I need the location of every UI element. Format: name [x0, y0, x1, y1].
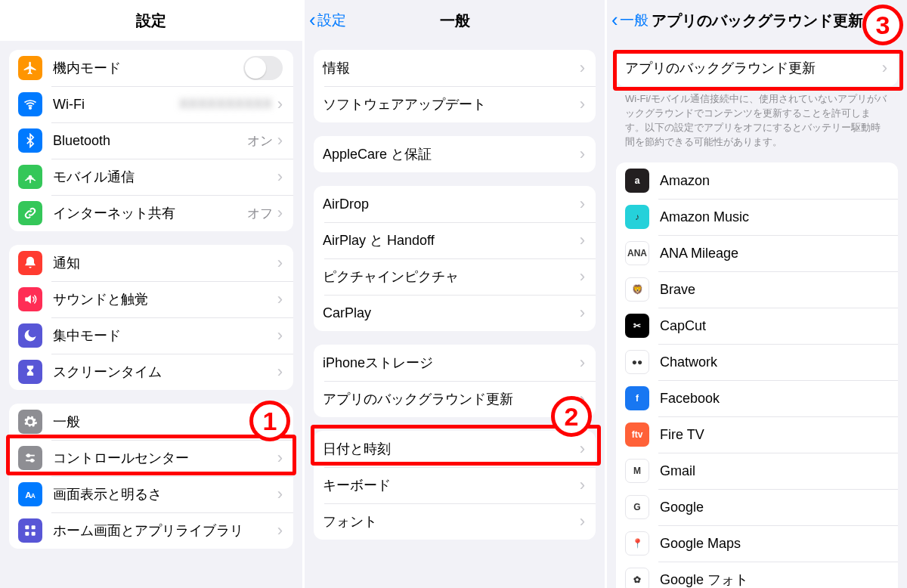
wifi-icon — [18, 92, 42, 116]
row-control-center[interactable]: コントロールセンター › — [9, 440, 293, 476]
app-icon: ANA — [625, 241, 649, 265]
row-general[interactable]: 一般 › — [9, 404, 293, 440]
row-date-time[interactable]: 日付と時刻› — [314, 431, 596, 467]
bt-status: オン — [247, 132, 273, 150]
row-label: キーボード — [323, 476, 580, 494]
app-row[interactable]: GGoogle — [616, 489, 898, 525]
row-keyboard[interactable]: キーボード› — [314, 467, 596, 503]
group-bgrefresh-master: アプリのバックグラウンド更新 › — [616, 50, 898, 86]
nav-back-button[interactable]: ‹ 一般 — [611, 0, 649, 41]
row-fonts[interactable]: フォント› — [314, 503, 596, 540]
svg-rect-6 — [25, 525, 29, 529]
hotspot-status: オフ — [247, 205, 273, 222]
row-wifi[interactable]: Wi-Fi XXXXXXXXXX › — [9, 86, 293, 122]
app-row[interactable]: ftvFire TV — [616, 416, 898, 453]
app-row[interactable]: aAmazon — [616, 162, 898, 199]
chevron-right-icon: › — [580, 268, 585, 285]
group-apps: aAmazon♪Amazon MusicANAANA Mileage🦁Brave… — [616, 162, 898, 588]
background-refresh-pane: ‹ 一般 アプリのバックグラウンド更新 アプリのバックグラウンド更新 › Wi-… — [605, 0, 907, 588]
row-label: 機内モード — [53, 59, 243, 77]
airplane-toggle[interactable] — [243, 56, 283, 80]
app-row[interactable]: ✂CapCut — [616, 308, 898, 344]
link-icon — [18, 201, 42, 225]
app-icon: a — [625, 169, 649, 193]
group-connectivity: 機内モード Wi-Fi XXXXXXXXXX › Bluetooth オン › … — [9, 50, 293, 231]
chevron-right-icon: › — [277, 205, 283, 221]
nav-bar: ‹ 一般 アプリのバックグラウンド更新 — [607, 0, 907, 41]
app-row[interactable]: 📍Google Maps — [616, 525, 898, 562]
row-label: コントロールセンター — [53, 449, 277, 467]
app-icon: M — [625, 459, 649, 483]
sliders-icon — [18, 446, 42, 470]
chevron-right-icon: › — [277, 132, 283, 149]
app-row[interactable]: ●●Chatwork — [616, 344, 898, 380]
chevron-right-icon: › — [277, 96, 283, 113]
antenna-icon — [18, 165, 42, 189]
app-row[interactable]: MGmail — [616, 453, 898, 489]
chevron-right-icon: › — [277, 327, 283, 344]
row-bluetooth[interactable]: Bluetooth オン › — [9, 122, 293, 159]
grid-icon — [18, 518, 42, 543]
group-airdrop: AirDrop› AirPlay と Handoff› ピクチャインピクチャ› … — [314, 186, 596, 331]
nav-title: 設定 — [136, 11, 166, 31]
row-label: ホーム画面とアプリライブラリ — [53, 521, 277, 540]
app-label: Gmail — [660, 463, 887, 479]
row-carplay[interactable]: CarPlay› — [314, 295, 596, 331]
row-sound[interactable]: サウンドと触覚 › — [9, 281, 293, 317]
app-label: Google — [660, 500, 887, 515]
row-airplay[interactable]: AirPlay と Handoff› — [314, 222, 596, 258]
moon-icon — [18, 323, 42, 348]
row-background-refresh-master[interactable]: アプリのバックグラウンド更新 › — [616, 50, 898, 86]
row-pip[interactable]: ピクチャインピクチャ› — [314, 258, 596, 295]
row-label: 一般 — [53, 413, 277, 431]
svg-point-0 — [29, 107, 32, 110]
row-applecare[interactable]: AppleCare と保証› — [314, 136, 596, 172]
nav-title: アプリのバックグラウンド更新 — [652, 11, 863, 31]
row-label: 通知 — [53, 254, 277, 272]
row-cellular[interactable]: モバイル通信 › — [9, 159, 293, 195]
row-label: 日付と時刻 — [323, 440, 580, 458]
row-airplane[interactable]: 機内モード — [9, 50, 293, 86]
row-label: インターネット共有 — [53, 204, 247, 222]
row-label: Bluetooth — [53, 133, 247, 149]
row-airdrop[interactable]: AirDrop› — [314, 186, 596, 222]
row-label: フォント — [323, 512, 580, 531]
app-row[interactable]: ♪Amazon Music — [616, 199, 898, 235]
app-icon: 🦁 — [625, 277, 649, 302]
chevron-right-icon: › — [580, 60, 585, 76]
bg-refresh-footnote: Wi-Fi/モバイル通信接続中に、使用されていないアプリがバックグラウンドでコン… — [607, 86, 907, 149]
app-row[interactable]: ANAANA Mileage — [616, 235, 898, 271]
row-background-refresh[interactable]: アプリのバックグラウンド更新› — [314, 381, 596, 417]
row-screentime[interactable]: スクリーンタイム › — [9, 354, 293, 390]
nav-title: 一般 — [440, 11, 470, 31]
app-icon: ✿ — [625, 568, 649, 588]
app-label: ANA Mileage — [660, 246, 887, 262]
row-iphone-storage[interactable]: iPhoneストレージ› — [314, 345, 596, 381]
svg-text:A: A — [31, 492, 36, 500]
row-display[interactable]: AA 画面表示と明るさ › — [9, 476, 293, 512]
row-label: CarPlay — [323, 305, 580, 321]
app-row[interactable]: 🦁Brave — [616, 271, 898, 308]
nav-back-button[interactable]: ‹ 設定 — [309, 0, 346, 41]
chevron-right-icon: › — [277, 522, 283, 539]
row-hotspot[interactable]: インターネット共有 オフ › — [9, 195, 293, 231]
row-focus[interactable]: 集中モード › — [9, 317, 293, 354]
airplane-icon — [18, 56, 42, 80]
chevron-right-icon: › — [580, 477, 585, 494]
row-notifications[interactable]: 通知 › — [9, 245, 293, 281]
group-info: 情報› ソフトウェアアップデート› — [314, 50, 596, 122]
app-icon: ●● — [625, 350, 649, 374]
row-label: AirDrop — [323, 197, 580, 212]
row-label: AppleCare と保証 — [323, 145, 580, 163]
row-home-screen[interactable]: ホーム画面とアプリライブラリ › — [9, 512, 293, 549]
svg-rect-8 — [25, 532, 29, 536]
app-row[interactable]: ✿Google フォト — [616, 562, 898, 588]
chevron-right-icon: › — [277, 169, 283, 185]
app-row[interactable]: fFacebook — [616, 380, 898, 416]
row-software-update[interactable]: ソフトウェアアップデート› — [314, 86, 596, 122]
row-about[interactable]: 情報› — [314, 50, 596, 86]
hourglass-icon — [18, 360, 42, 384]
app-icon: ftv — [625, 422, 649, 447]
group-general: 一般 › コントロールセンター › AA 画面表示と明るさ › ホーム画面とアプ… — [9, 404, 293, 549]
chevron-right-icon: › — [882, 60, 887, 76]
